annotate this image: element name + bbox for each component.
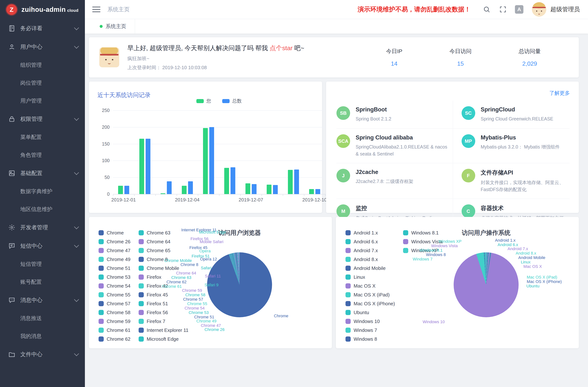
legend-item[interactable]: Chrome 53 [99,273,130,282]
legend-item[interactable]: Chrome 63 [139,228,189,237]
legend-item[interactable]: Windows 8.1 [403,228,442,237]
sidebar-subitem[interactable]: 岗位管理 [0,74,85,92]
sidebar-subitem[interactable]: 账号配置 [0,273,85,291]
legend-item[interactable]: Chrome [99,228,130,237]
legend-item[interactable]: Internet Explorer 11 [139,326,189,335]
legend-swatch [345,257,351,262]
sidebar-subitem[interactable]: 角色管理 [0,146,85,164]
y-axis-label: 50 [105,175,110,180]
sidebar-subitem[interactable]: 数据字典维护 [0,183,85,200]
pie-callout-label: Chrome [274,314,288,318]
logo-row[interactable]: Z zuihou-admincloud [0,0,85,19]
pie-callout-label: Microsoft Edge [199,230,226,235]
legend-item[interactable]: Chrome 58 [99,308,130,317]
sidebar-subitem[interactable]: 菜单配置 [0,128,85,146]
sidebar-item-label: 用户中心 [20,43,75,51]
legend-label: Windows 8 [354,336,377,342]
sidebar-item-5[interactable]: 短信中心 [0,237,85,255]
pie-callout-label: Chrome 59 [182,288,202,293]
username: 超级管理员 [550,5,580,14]
sidebar-item-label: 基础配置 [20,169,75,177]
legend-item[interactable]: Windows 8 [345,335,395,344]
user-icon [8,43,16,51]
tech-item-text: SpringCloudSpring Cloud Greenwich.RELEAS… [481,106,553,123]
sidebar-item-6[interactable]: 消息中心 [0,291,85,309]
legend-item[interactable]: Mac OS X [345,282,395,290]
avatar[interactable] [532,2,546,17]
legend-swatch [345,292,351,297]
legend-item[interactable]: Chrome 54 [99,282,130,290]
pie-callout-label: Safari 11 [205,274,221,279]
sms-icon [8,242,16,250]
pie-callout-label: Opera 12 [200,257,217,262]
legend-item[interactable]: Linux [345,273,395,282]
legend-label: Chrome 64 [147,239,170,244]
sidebar-subitem[interactable]: 用户管理 [0,92,85,110]
sidebar-item-0[interactable]: 务必详看 [0,19,85,38]
bar [118,186,123,194]
legend-item[interactable]: Chrome 64 [139,237,189,246]
legend-item[interactable]: Chrome 57 [99,299,130,308]
font-size-icon[interactable]: A [515,5,524,14]
sidebar-item-2[interactable]: 权限管理 [0,110,85,128]
welcome-subtitle: 疯狂加班~ [127,55,304,62]
menu-fold-icon[interactable] [92,7,100,12]
legend-item[interactable]: Android 8.x [345,255,395,264]
user-menu[interactable]: 超级管理员 [532,2,580,17]
sidebar-subitem[interactable]: 消息推送 [0,309,85,327]
logo-icon: Z [6,4,17,15]
bar-group [177,181,198,194]
axis-tick [325,194,326,196]
legend-label: Chrome 54 [107,283,130,289]
star-link[interactable]: 点个star [270,44,293,51]
legend-item[interactable]: Chrome 59 [99,317,130,326]
legend-item[interactable]: Mac OS X (iPad) [345,290,395,299]
legend-item[interactable]: Firefox 56 [139,308,189,317]
legend-label: Linux [354,274,365,280]
legend-item[interactable]: Firefox 7 [139,317,189,326]
legend-item[interactable]: 总数 [222,98,242,104]
tab-system-home[interactable]: 系统主页 [91,19,135,34]
sidebar-item-3[interactable]: 基础配置 [0,164,85,183]
learn-more-link[interactable]: 了解更多 [549,90,570,97]
tech-item-desc: 封装文件接口，实现本地存储、阿里云、FastDFS存储的配置化 [481,179,567,193]
sidebar-item-4[interactable]: 开发者管理 [0,218,85,237]
legend-item[interactable]: Ubuntu [345,308,395,317]
y-axis-label: 250 [102,108,110,113]
sidebar-subitem[interactable]: 我的消息 [0,327,85,345]
tech-badge: C [462,204,475,218]
legend-item[interactable]: Chrome 55 [99,290,130,299]
legend-item[interactable]: Chrome 61 [99,326,130,335]
legend-item[interactable]: Firefox 45 [139,290,189,299]
legend-item[interactable]: Android 1.x [345,228,395,237]
legend-item[interactable]: Windows 10 [345,317,395,326]
legend-item[interactable]: Firefox 51 [139,299,189,308]
breadcrumb[interactable]: 系统主页 [107,6,129,13]
legend-item[interactable]: Chrome 62 [99,335,130,344]
search-icon[interactable] [483,5,491,14]
legend-label: Windows 10 [354,319,380,324]
legend-item[interactable]: Mac OS X (iPhone) [345,299,395,308]
legend-item[interactable]: Android 6.x [345,237,395,246]
fullscreen-icon[interactable] [499,5,507,14]
legend-item[interactable]: Android Mobile [345,264,395,273]
legend-item[interactable]: Chrome 26 [99,237,130,246]
sidebar-item-1[interactable]: 用户中心 [0,38,85,56]
sidebar-item-7[interactable]: 文件中心 [0,345,85,364]
legend-item[interactable]: Microsoft Edge [139,335,189,344]
legend-swatch [139,292,144,297]
picture-icon [8,169,16,177]
sidebar-subitem[interactable]: 短信管理 [0,255,85,273]
legend-item[interactable]: Chrome 65 [139,246,189,255]
legend-item[interactable]: Windows 7 [345,326,395,335]
legend-item[interactable]: 您 [196,98,211,104]
legend-item[interactable]: Chrome 49 [99,255,130,264]
legend-item[interactable]: Android 7.x [345,246,395,255]
legend-item[interactable]: Chrome 51 [99,264,130,273]
folder-icon [8,351,16,358]
legend-item[interactable]: Chrome 47 [99,246,130,255]
app-title: zuihou-admincloud [21,6,78,14]
sidebar-subitem[interactable]: 组织管理 [0,56,85,74]
legend-swatch [99,292,104,297]
sidebar-subitem[interactable]: 地区信息维护 [0,200,85,218]
